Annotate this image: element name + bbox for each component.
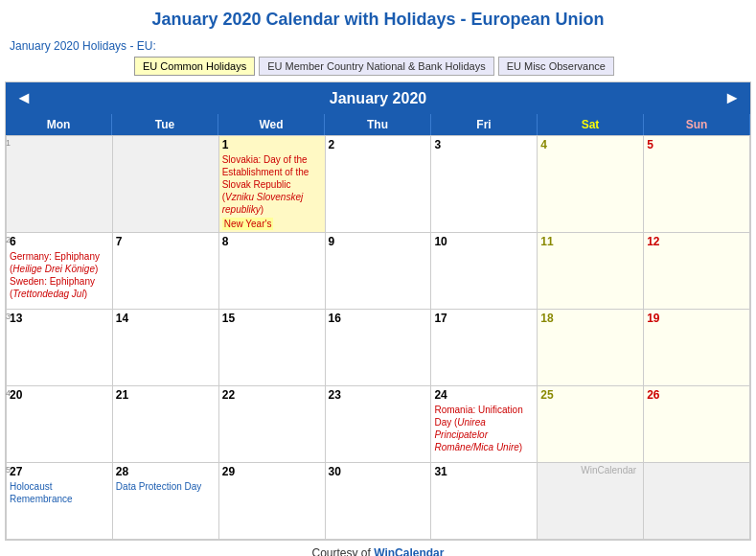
tab-eu-common[interactable]: EU Common Holidays (134, 57, 255, 76)
tabs-row: EU Common Holidays EU Member Country Nat… (0, 57, 756, 81)
day-num-5: 5 (647, 138, 746, 151)
day-num-21: 21 (116, 388, 216, 402)
day-num-7: 7 (116, 235, 216, 248)
cell-jan-11: 11 (538, 233, 644, 310)
cell-jan-23: 23 (326, 386, 432, 463)
day-num-22: 22 (222, 388, 322, 402)
header-tue: Tue (112, 114, 218, 135)
newyears-badge: New Year's (222, 218, 274, 230)
calendar-header: ◄ January 2020 ► (6, 82, 750, 114)
cell-jan-29: 29 (219, 463, 326, 540)
day-num-23: 23 (329, 388, 428, 402)
day-num-19: 19 (647, 312, 746, 325)
cell-jan-8: 8 (219, 233, 326, 310)
cell-jan-28: 28 Data Protection Day (113, 463, 219, 540)
cell-jan-1: 1 Slovakia: Day of the Establishment of … (219, 136, 326, 233)
day-num-18: 18 (540, 312, 640, 325)
holidays-label: January 2020 Holidays - EU: (0, 35, 756, 57)
day-num-6: 6 (10, 235, 109, 248)
cell-jan-26: 26 (644, 386, 750, 463)
day-num-8: 8 (222, 235, 322, 248)
cell-empty-1: 1 (7, 136, 113, 233)
cell-jan-17: 17 (431, 310, 538, 386)
tab-eu-misc[interactable]: EU Misc Observance (498, 57, 614, 76)
day-num-31: 31 (434, 465, 534, 478)
cell-jan-31: 31 (431, 463, 538, 540)
header-sat: Sat (538, 114, 644, 135)
cell-jan-12: 12 (644, 233, 750, 310)
day-num-26: 26 (647, 388, 746, 402)
cell-empty-2 (113, 136, 219, 233)
cell-jan-7: 7 (113, 233, 219, 310)
cell-jan-5: 5 (644, 136, 750, 233)
watermark: WinCalendar (540, 465, 640, 475)
cell-jan-10: 10 (431, 233, 538, 310)
cell-jan-21: 21 (113, 386, 219, 463)
cell-jan-30: 30 (326, 463, 432, 540)
day-num-15: 15 (222, 312, 322, 325)
tab-eu-national[interactable]: EU Member Country National & Bank Holida… (259, 57, 493, 76)
header-wed: Wed (218, 114, 325, 135)
header-fri: Fri (431, 114, 538, 135)
day-num-14: 14 (116, 312, 216, 325)
day-num-30: 30 (329, 465, 428, 478)
cell-jan-4: 4 (538, 136, 644, 233)
holiday-jan-27-holocaust: Holocaust Remembrance (10, 480, 109, 505)
day-num-20: 20 (10, 388, 109, 402)
day-num-10: 10 (434, 235, 534, 248)
day-num-16: 16 (329, 312, 428, 325)
calendar-grid: 1 1 Slovakia: Day of the Establishment o… (6, 135, 750, 540)
header-sun: Sun (644, 114, 750, 135)
calendar-wrapper: ◄ January 2020 ► Mon Tue Wed Thu Fri Sat… (5, 81, 751, 541)
day-num-3: 3 (434, 138, 534, 151)
day-num-17: 17 (434, 312, 534, 325)
day-num-13: 13 (10, 312, 109, 325)
cell-jan-6: 2 6 Germany: Ephiphany (Heilige Drei Kön… (7, 233, 113, 310)
cell-jan-2: 2 (326, 136, 432, 233)
day-num-27: 27 (10, 465, 109, 478)
header-thu: Thu (325, 114, 431, 135)
cell-jan-22: 22 (219, 386, 326, 463)
holiday-jan-6-sweden: Sweden: Ephiphany (Trettondedag Jul) (10, 275, 109, 300)
holiday-jan-1-slovakia: Slovakia: Day of the Establishment of th… (222, 153, 322, 216)
day-num-29: 29 (222, 465, 322, 478)
day-num-2: 2 (329, 138, 428, 151)
cell-jan-9: 9 (326, 233, 432, 310)
holiday-jan-6-germany: Germany: Ephiphany (Heilige Drei Könige) (10, 250, 109, 275)
holiday-jan-24-romania: Romania: Unification Day (Unirea Princip… (434, 404, 534, 453)
next-month-button[interactable]: ► (723, 88, 741, 108)
cell-jan-25: 25 (538, 386, 644, 463)
header-mon: Mon (6, 114, 112, 135)
day-num-24: 24 (434, 388, 534, 402)
day-num-25: 25 (540, 388, 640, 402)
cell-jan-13: 3 13 (7, 310, 113, 386)
day-num-4: 4 (540, 138, 640, 151)
wincalendar-link[interactable]: WinCalendar (374, 546, 444, 556)
courtesy-row: Courtesy of WinCalendar (0, 541, 756, 556)
day-num-9: 9 (329, 235, 428, 248)
calendar-month-title: January 2020 (330, 90, 426, 107)
days-header: Mon Tue Wed Thu Fri Sat Sun (6, 114, 750, 135)
cell-jan-19: 19 (644, 310, 750, 386)
cell-empty-sat: WinCalendar (538, 463, 644, 540)
cell-jan-14: 14 (113, 310, 219, 386)
cell-jan-20: 4 20 (7, 386, 113, 463)
cell-jan-16: 16 (326, 310, 432, 386)
holiday-jan-28-data-protection: Data Protection Day (116, 480, 216, 493)
cell-jan-3: 3 (431, 136, 538, 233)
day-num-12: 12 (647, 235, 746, 248)
day-num-28: 28 (116, 465, 216, 478)
cell-jan-27: 5 27 Holocaust Remembrance (7, 463, 113, 540)
cell-jan-18: 18 (538, 310, 644, 386)
cell-jan-15: 15 (219, 310, 326, 386)
prev-month-button[interactable]: ◄ (15, 88, 33, 108)
day-num-1: 1 (222, 138, 322, 151)
page-title: January 2020 Calendar with Holidays - Eu… (0, 0, 756, 35)
day-num-11: 11 (540, 235, 640, 248)
courtesy-text: Courtesy of (312, 546, 375, 556)
cell-empty-sun (644, 463, 750, 540)
cell-jan-24: 24 Romania: Unification Day (Unirea Prin… (431, 386, 538, 463)
